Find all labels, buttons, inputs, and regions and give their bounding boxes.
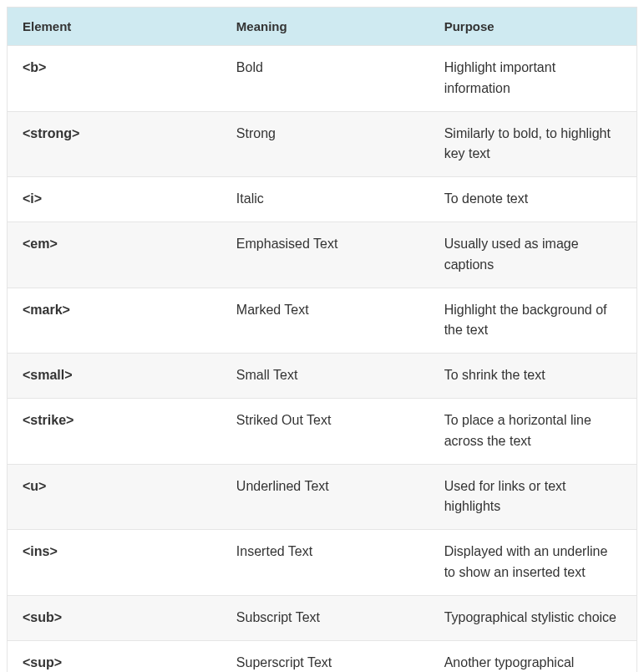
table-body: <b> Bold Highlight important information… [8, 46, 637, 673]
cell-element: <sub> [8, 595, 221, 640]
cell-purpose: To shrink the text [429, 354, 637, 399]
cell-element: <i> [8, 177, 221, 222]
cell-element: <strong> [8, 111, 221, 177]
cell-purpose: Usually used as image captions [429, 221, 637, 288]
table-row: <u> Underlined Text Used for links or te… [8, 464, 637, 530]
cell-purpose: Another typographical presentation style [429, 640, 637, 672]
cell-purpose: Displayed with an underline to show an i… [429, 530, 637, 596]
cell-meaning: Italic [221, 177, 429, 222]
cell-meaning: Strong [221, 111, 429, 177]
cell-meaning: Subscript Text [221, 595, 429, 640]
cell-meaning: Underlined Text [221, 464, 429, 530]
cell-meaning: Small Text [221, 354, 429, 399]
cell-purpose: Typographical stylistic choice [429, 595, 637, 640]
cell-meaning: Superscript Text [221, 640, 429, 672]
header-meaning: Meaning [221, 8, 429, 46]
cell-meaning: Striked Out Text [221, 398, 429, 464]
cell-element: <mark> [8, 288, 221, 354]
table-row: <strike> Striked Out Text To place a hor… [8, 398, 637, 464]
cell-meaning: Bold [221, 46, 429, 112]
cell-element: <small> [8, 354, 221, 399]
cell-meaning: Inserted Text [221, 530, 429, 596]
cell-meaning: Emphasised Text [221, 221, 429, 288]
table-row: <i> Italic To denote text [8, 177, 637, 222]
table-row: <em> Emphasised Text Usually used as ima… [8, 221, 637, 288]
table-header-row: Element Meaning Purpose [8, 8, 637, 46]
cell-purpose: Used for links or text highlights [429, 464, 637, 530]
cell-element: <ins> [8, 530, 221, 596]
cell-element: <sup> [8, 640, 221, 672]
cell-element: <b> [8, 46, 221, 112]
table-row: <mark> Marked Text Highlight the backgro… [8, 288, 637, 354]
cell-element: <em> [8, 221, 221, 288]
table-row: <small> Small Text To shrink the text [8, 354, 637, 399]
table-row: <ins> Inserted Text Displayed with an un… [8, 530, 637, 596]
cell-purpose: Highlight the background of the text [429, 288, 637, 354]
table-row: <strong> Strong Similarly to bold, to hi… [8, 111, 637, 177]
cell-purpose: To place a horizontal line across the te… [429, 398, 637, 464]
cell-meaning: Marked Text [221, 288, 429, 354]
cell-purpose: Similarly to bold, to highlight key text [429, 111, 637, 177]
header-element: Element [8, 8, 221, 46]
table-row: <sup> Superscript Text Another typograph… [8, 640, 637, 672]
html-elements-table: Element Meaning Purpose <b> Bold Highlig… [7, 7, 637, 672]
cell-element: <u> [8, 464, 221, 530]
table-row: <b> Bold Highlight important information [8, 46, 637, 112]
header-purpose: Purpose [429, 8, 637, 46]
cell-purpose: Highlight important information [429, 46, 637, 112]
table-row: <sub> Subscript Text Typographical styli… [8, 595, 637, 640]
cell-element: <strike> [8, 398, 221, 464]
cell-purpose: To denote text [429, 177, 637, 222]
